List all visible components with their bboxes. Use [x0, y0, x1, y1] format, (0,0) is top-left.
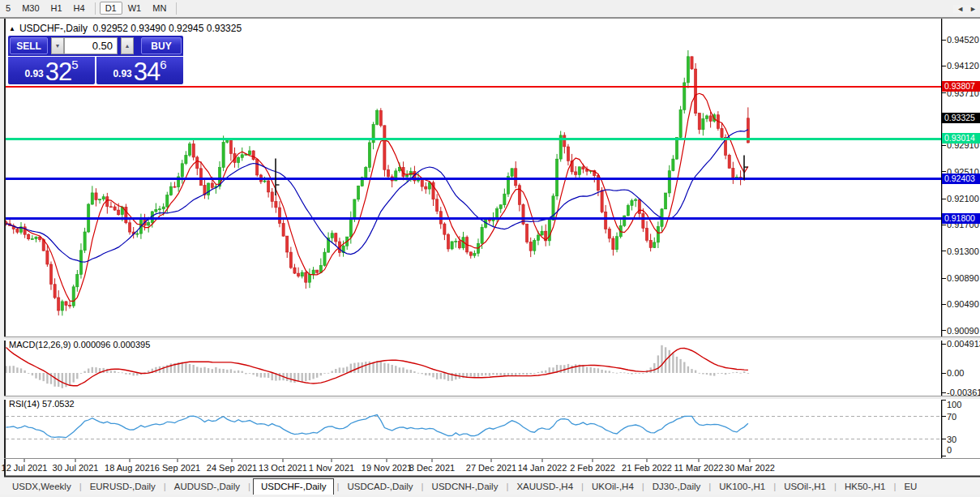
chart-tab-usdx-weekly[interactable]: USDX,Weekly	[5, 480, 79, 493]
sell-price-prefix: 0.93	[24, 68, 43, 79]
chart-title: ▲USDCHF-,Daily 0.92952 0.93490 0.92945 0…	[9, 23, 242, 34]
time-axis-label: 30 Mar 2022	[725, 463, 775, 473]
buy-button[interactable]: BUY	[141, 37, 182, 54]
arrow-down-icon: ▼	[55, 43, 61, 49]
chart-tab-dj30-daily[interactable]: DJ30-,Daily	[645, 480, 708, 493]
tab-separator: |	[336, 482, 339, 491]
macd-indicator-label: MACD(12,26,9) 0.000096 0.000395	[9, 340, 150, 349]
price-axis-tick: 0.92100	[947, 194, 979, 204]
time-axis-label: 24 Sep 2021	[207, 463, 257, 473]
macd-axis-tick: 0.00	[947, 368, 964, 378]
price-axis-tick: 0.90890	[947, 273, 979, 283]
tab-separator: |	[506, 482, 508, 491]
timeframe-5[interactable]: 5	[0, 2, 16, 15]
buy-price-prefix: 0.93	[113, 68, 131, 79]
sell-price-pip: 5	[71, 58, 78, 71]
time-axis-label: 18 Aug 2021	[105, 463, 155, 473]
price-axis-tick: 0.94520	[947, 35, 979, 45]
rsi-axis-tick: 0	[947, 445, 952, 455]
one-click-trading-panel: SELL ▼ ▲ BUY 0.93 32 5 0.93 34 6	[8, 36, 183, 84]
chart-tab-audusd-daily[interactable]: AUDUSD-,Daily	[167, 480, 247, 493]
ohlc-readout: 0.92952 0.93490 0.92945 0.93325	[93, 23, 242, 34]
time-axis-label: 27 Dec 2021	[466, 463, 516, 473]
chart-tab-usdchf-daily[interactable]: USDCHF-,Daily	[253, 478, 335, 495]
timeframe-h1[interactable]: H1	[45, 2, 68, 15]
timeframe-w1[interactable]: W1	[122, 2, 148, 15]
rsi-axis-tick: 30	[947, 435, 956, 444]
arrow-up-icon: ▲	[125, 43, 131, 49]
chart-tab-usdcad-daily[interactable]: USDCAD-,Daily	[340, 480, 420, 493]
symbol-label: USDCHF-,Daily	[19, 23, 88, 34]
buy-price-pip: 6	[160, 58, 166, 71]
sell-button[interactable]: SELL	[10, 37, 48, 54]
tab-separator: |	[773, 482, 776, 491]
time-axis-label: 12 Jul 2021	[2, 463, 48, 473]
buy-price-big: 34	[134, 61, 160, 83]
price-level-label: 0.93807	[942, 81, 980, 92]
tab-separator: |	[581, 482, 584, 491]
chart-tab-bar: USDX,Weekly|EURUSD-,Daily|AUDUSD-,Daily|…	[0, 478, 980, 495]
chart-tab-eu[interactable]: EU	[897, 480, 924, 493]
volume-down-button[interactable]: ▼	[51, 37, 64, 54]
pane-splitter-rsi[interactable]	[4, 396, 980, 400]
volume-input[interactable]	[64, 37, 118, 54]
price-level-label: 0.92403	[942, 174, 980, 184]
timeframe-d1[interactable]: D1	[100, 2, 122, 15]
timeframe-mn[interactable]: MN	[147, 2, 172, 15]
time-axis-label: 19 Nov 2021	[362, 463, 412, 473]
sell-price[interactable]: 0.93 32 5	[8, 57, 95, 84]
pane-splitter-macd[interactable]	[4, 336, 980, 341]
tab-separator: |	[708, 482, 711, 491]
price-level-label: 0.93014	[942, 133, 980, 144]
price-axis-tick: 0.94120	[947, 61, 979, 71]
tab-scroll-right-icon[interactable]: ►	[969, 5, 977, 13]
time-axis-label: 6 Sep 2021	[155, 463, 200, 473]
price-axis-tick: 0.91300	[947, 246, 979, 256]
macd-axis-tick: 0.004913	[947, 339, 980, 349]
mt4-screen: 5M30H1H4D1W1MN ▲USDCHF-,Daily 0.92952 0.…	[0, 0, 980, 497]
price-axis-tick: 0.90490	[947, 299, 979, 309]
chart-tab-usoil-h1[interactable]: USOil-,H1	[777, 480, 833, 493]
time-axis-label: 1 Nov 2021	[309, 463, 354, 473]
timeframe-h4[interactable]: H4	[68, 2, 91, 15]
toolbar-separator	[176, 2, 177, 15]
rsi-indicator-label: RSI(14) 57.0532	[9, 399, 75, 409]
chart-tab-eurusd-daily[interactable]: EURUSD-,Daily	[83, 480, 163, 493]
collapse-triangle-icon[interactable]: ▲	[9, 25, 15, 32]
time-axis-label: 30 Jul 2021	[53, 463, 99, 473]
toolbar-separator	[95, 2, 96, 15]
tab-separator: |	[248, 482, 250, 491]
price-level-label: 0.91800	[942, 213, 980, 224]
chart-tab-usdcnh-daily[interactable]: USDCNH-,Daily	[425, 480, 506, 493]
timeframe-m30[interactable]: M30	[16, 2, 45, 15]
time-axis-label: 21 Feb 2022	[622, 463, 672, 473]
time-axis-label: 14 Jan 2022	[518, 463, 567, 473]
chart-tab-uk100-h1[interactable]: UK100-,H1	[712, 480, 772, 493]
sell-price-big: 32	[45, 61, 71, 83]
time-axis-label: 11 Mar 2022	[674, 463, 724, 473]
rsi-axis-tick: 70	[947, 412, 956, 422]
tab-separator: |	[422, 482, 424, 491]
buy-price[interactable]: 0.93 34 6	[96, 57, 183, 84]
time-axis-label: 13 Oct 2021	[259, 463, 307, 473]
chart-tab-xauusd-h4[interactable]: XAUUSD-,H4	[509, 480, 580, 493]
tab-separator: |	[893, 482, 896, 491]
tab-separator: |	[834, 482, 837, 491]
time-axis-label: 8 Dec 2021	[409, 463, 455, 473]
macd-axis-tick: -0.003614	[947, 388, 980, 397]
time-axis-label: 2 Feb 2022	[570, 463, 615, 473]
rsi-axis-tick: 100	[947, 400, 961, 409]
chart-tab-ukoil-h4[interactable]: UKOil-,H4	[584, 480, 641, 493]
timeframe-toolbar: 5M30H1H4D1W1MN	[0, 0, 181, 16]
price-level-label: 0.93325	[942, 113, 980, 123]
price-axis-tick: 0.90090	[947, 326, 979, 336]
volume-up-button[interactable]: ▲	[121, 37, 134, 54]
tab-scroll-left-icon[interactable]: ◄	[956, 5, 964, 13]
tab-separator: |	[164, 482, 166, 491]
chart-tab-hk50-h1[interactable]: HK50-,H1	[837, 480, 893, 493]
tab-separator: |	[79, 482, 82, 491]
tab-separator: |	[642, 482, 644, 491]
tab-scroll-arrows: ◄ ►	[953, 5, 977, 13]
